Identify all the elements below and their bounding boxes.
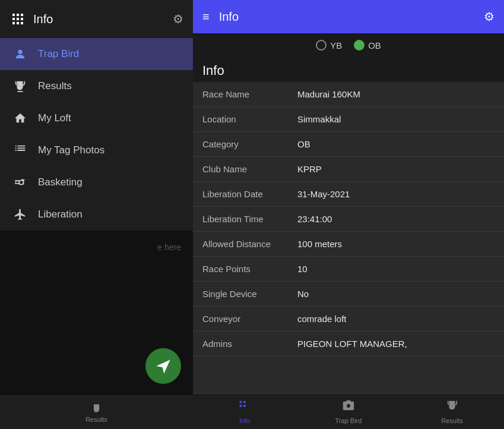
sidebar-title: Info: [33, 12, 173, 26]
hamburger-icon[interactable]: ≡: [202, 10, 210, 24]
right-header-gear-icon[interactable]: ⚙: [484, 10, 495, 24]
bottom-nav-info[interactable]: Info: [224, 399, 265, 424]
info-table-row: Club Name KPRP: [193, 157, 504, 182]
trophy-icon: [12, 80, 28, 93]
camera-bottom-icon: [342, 399, 355, 415]
info-label-3: Club Name: [202, 164, 297, 174]
info-value-4: 31-May-2021: [297, 189, 495, 199]
scan-here-text: e here: [157, 242, 181, 252]
svg-rect-8: [21, 22, 23, 24]
flight-icon: [12, 208, 28, 221]
bottom-nav-info-label: Info: [239, 417, 250, 424]
sidebar-nav: Trap Bird Results My Loft: [0, 38, 193, 231]
bottom-nav-results-label: Results: [441, 417, 463, 424]
svg-rect-11: [243, 400, 246, 403]
info-label-1: Location: [202, 114, 297, 124]
info-table-row: Race Points 10: [193, 257, 504, 282]
info-value-10: PIGEON LOFT MANAGER,: [297, 339, 495, 349]
radio-yb-circle: [316, 40, 327, 51]
info-section-title: Info: [193, 57, 504, 82]
info-label-2: Category: [202, 139, 297, 149]
list-icon: [12, 144, 28, 157]
sidebar-bottom-results[interactable]: Results: [85, 403, 107, 423]
bottom-nav-results[interactable]: Results: [432, 399, 473, 424]
radio-ob-label: OB: [368, 40, 381, 51]
grid-bottom-icon: [238, 399, 251, 415]
info-table-row: Race Name Madurai 160KM: [193, 82, 504, 107]
bird-icon: [12, 176, 28, 189]
send-button[interactable]: [145, 348, 181, 384]
svg-rect-5: [21, 18, 23, 20]
info-value-1: Simmakkal: [297, 114, 495, 124]
sidebar-item-my-tag-photos-label: My Tag Photos: [38, 144, 104, 156]
svg-rect-12: [240, 405, 242, 407]
trophy-bottom-icon: [446, 399, 459, 415]
right-panel: ≡ Info ⚙ YB OB Info Race Name Madurai 16…: [193, 0, 504, 429]
radio-yb[interactable]: YB: [316, 40, 342, 51]
info-label-7: Race Points: [202, 264, 297, 274]
info-table-row: Allowed Distance 100 meters: [193, 232, 504, 257]
info-label-8: Single Device: [202, 289, 297, 299]
svg-point-9: [18, 50, 22, 54]
sidebar-item-results[interactable]: Results: [0, 70, 193, 102]
info-table-row: Category OB: [193, 132, 504, 157]
sidebar-item-liberation[interactable]: Liberation: [0, 198, 193, 231]
bottom-nav: Info Trap Bird Results: [193, 393, 504, 429]
info-value-3: KPRP: [297, 164, 495, 174]
info-value-8: No: [297, 289, 495, 299]
info-label-10: Admins: [202, 339, 297, 349]
sidebar-item-results-label: Results: [38, 80, 72, 92]
sidebar-item-trap-bird[interactable]: Trap Bird: [0, 38, 193, 70]
radio-ob-circle: [354, 40, 364, 51]
sidebar-item-liberation-label: Liberation: [38, 209, 83, 220]
info-value-5: 23:41:00: [297, 214, 495, 224]
info-table-row: Liberation Time 23:41:00: [193, 207, 504, 232]
svg-rect-2: [21, 14, 23, 16]
svg-rect-3: [12, 18, 15, 20]
bottom-nav-trap-bird-label: Trap Bird: [335, 417, 362, 424]
info-label-5: Liberation Time: [202, 214, 297, 224]
info-table-row: Conveyor comrade loft: [193, 307, 504, 332]
home-icon: [12, 112, 28, 125]
info-value-2: OB: [297, 139, 495, 149]
sidebar-header: Info ⚙: [0, 0, 193, 38]
svg-rect-4: [17, 18, 19, 20]
info-table-row: Single Device No: [193, 282, 504, 307]
svg-rect-7: [17, 22, 19, 24]
radio-yb-label: YB: [330, 40, 342, 51]
sidebar-item-my-tag-photos[interactable]: My Tag Photos: [0, 134, 193, 166]
info-value-6: 100 meters: [297, 239, 495, 249]
sidebar-item-my-loft[interactable]: My Loft: [0, 102, 193, 134]
grid-icon: [9, 11, 26, 27]
bottom-nav-trap-bird[interactable]: Trap Bird: [328, 399, 369, 424]
info-table-row: Location Simmakkal: [193, 107, 504, 132]
sidebar-item-basketing[interactable]: Basketing: [0, 166, 193, 198]
sidebar-item-my-loft-label: My Loft: [38, 112, 71, 124]
svg-rect-1: [17, 14, 19, 16]
info-label-4: Liberation Date: [202, 189, 297, 199]
person-icon: [12, 48, 28, 61]
sidebar-scan-area: e here: [0, 231, 193, 396]
right-header-title: Info: [219, 10, 484, 24]
info-label-0: Race Name: [202, 89, 297, 99]
sidebar: Info ⚙ Trap Bird Results: [0, 0, 193, 429]
info-label-9: Conveyor: [202, 314, 297, 324]
svg-rect-6: [12, 22, 15, 24]
sidebar-item-basketing-label: Basketing: [38, 176, 83, 188]
info-table-row: Admins PIGEON LOFT MANAGER,: [193, 332, 504, 357]
radio-ob[interactable]: OB: [354, 40, 381, 51]
svg-rect-13: [243, 405, 246, 407]
info-value-9: comrade loft: [297, 314, 495, 324]
info-label-6: Allowed Distance: [202, 239, 297, 249]
info-table-row: Liberation Date 31-May-2021: [193, 182, 504, 207]
svg-rect-10: [240, 400, 242, 403]
sidebar-bottom-results-label: Results: [85, 416, 107, 423]
right-header: ≡ Info ⚙: [193, 0, 504, 33]
sidebar-gear-icon[interactable]: ⚙: [173, 12, 183, 26]
info-value-7: 10: [297, 264, 495, 274]
sidebar-item-trap-bird-label: Trap Bird: [38, 48, 79, 60]
info-value-0: Madurai 160KM: [297, 89, 495, 99]
svg-rect-0: [12, 14, 15, 16]
radio-bar: YB OB: [193, 33, 504, 57]
sidebar-bottom-bar: Results: [0, 396, 193, 429]
